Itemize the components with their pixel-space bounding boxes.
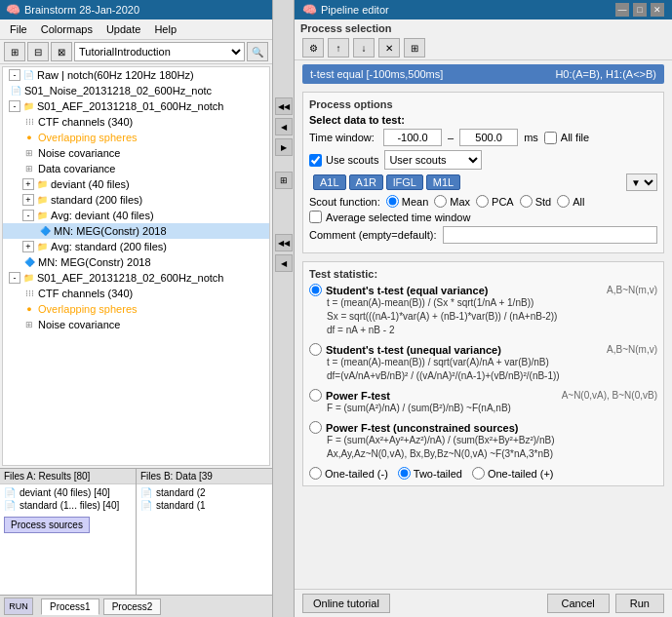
student-equal-ab: A,B~N(m,v)	[607, 285, 657, 295]
expand-btn[interactable]: +	[22, 194, 34, 206]
toolbar-btn-1[interactable]: ⊞	[4, 42, 25, 61]
radio-one-tailed-neg[interactable]: One-tailed (-)	[309, 467, 388, 480]
radio-unequal-variance[interactable]	[309, 343, 322, 356]
selected-process[interactable]: t-test equal [-100ms,500ms] H0:(A=B), H1…	[302, 64, 664, 84]
file-b-item2[interactable]: 📄 standard (1	[138, 499, 270, 512]
tree-item[interactable]: + 📁 deviant (40 files)	[3, 176, 269, 192]
file-b-item1[interactable]: 📄 standard (2	[138, 486, 270, 499]
folder-icon2: 📁	[35, 177, 49, 191]
tree-item[interactable]: - 📄 Raw | notch(60Hz 120Hz 180Hz)	[3, 67, 269, 83]
close-btn[interactable]: ✕	[651, 3, 664, 17]
tree-item[interactable]: ⊞ Noise covariance	[3, 317, 269, 332]
menu-colormaps[interactable]: Colormaps	[35, 21, 99, 37]
raw-icon2: 📄	[9, 84, 22, 97]
proc-settings-btn[interactable]: ⚙	[302, 38, 324, 58]
time-to-input[interactable]: 500.0	[459, 129, 518, 146]
proc-up-btn[interactable]: ↑	[328, 38, 349, 58]
avg-time-label[interactable]: Average selected time window	[309, 211, 470, 223]
scout-extra-dropdown[interactable]: ▼	[626, 174, 657, 191]
cancel-btn[interactable]: Cancel	[547, 594, 610, 613]
menu-file[interactable]: File	[4, 21, 33, 37]
minimize-btn[interactable]: —	[615, 3, 629, 17]
tree-container: - 📄 Raw | notch(60Hz 120Hz 180Hz) 📄 S01_…	[2, 66, 270, 466]
folder-icon3: 📁	[35, 193, 49, 207]
time-from-input[interactable]: -100.0	[383, 129, 442, 146]
run-icon[interactable]: RUN	[4, 598, 33, 615]
tree-item[interactable]: 🔷 MN: MEG(Constr) 2018	[3, 254, 269, 270]
process-sources-btn[interactable]: Process sources	[4, 517, 90, 533]
radio-mean[interactable]: Mean	[386, 195, 429, 208]
tree-item[interactable]: + 📁 standard (200 files)	[3, 192, 269, 208]
side-icon6[interactable]: ◀	[275, 254, 293, 272]
tree-item[interactable]: ● Overlapping spheres	[3, 301, 269, 317]
all-file-label[interactable]: All file	[544, 132, 589, 144]
radio-all[interactable]: All	[557, 195, 584, 208]
tree-label: S01_Noise_20131218_02_600Hz_notc	[24, 85, 212, 96]
folder-icon4: 📁	[35, 209, 49, 222]
menu-help[interactable]: Help	[148, 21, 182, 37]
radio-max[interactable]: Max	[434, 195, 470, 208]
online-tutorial-btn[interactable]: Online tutorial	[302, 594, 390, 613]
side-icon3[interactable]: ▶	[275, 138, 293, 156]
side-icon5[interactable]: ◀◀	[275, 234, 293, 251]
tree-item[interactable]: ● Overlapping spheres	[3, 130, 269, 145]
tree-item[interactable]: ⁞⁞⁞ CTF channels (340)	[3, 286, 269, 301]
radio-one-tailed-pos[interactable]: One-tailed (+)	[472, 467, 554, 480]
study-dropdown[interactable]: TutorialIntroduction	[74, 42, 245, 61]
comment-input[interactable]	[443, 226, 657, 244]
file-a-item2[interactable]: 📄 standard (1... files) [40]	[2, 499, 134, 512]
scouts-dropdown[interactable]: User scouts	[384, 150, 482, 170]
expand-btn[interactable]: +	[22, 241, 34, 252]
expand-btn[interactable]: +	[22, 178, 34, 190]
toolbar-btn-3[interactable]: ⊠	[51, 42, 72, 61]
radio-two-tailed[interactable]: Two-tailed	[398, 467, 462, 480]
proc-delete-btn[interactable]: ✕	[378, 38, 400, 58]
tab-process2[interactable]: Process2	[103, 598, 162, 615]
side-icon1[interactable]: ◀◀	[275, 97, 293, 115]
radio-power-f-uncon[interactable]	[309, 421, 322, 434]
scout-tag-m1l[interactable]: M1L	[426, 174, 460, 190]
dots-icon2: ⁞⁞⁞	[22, 287, 36, 300]
tree-item[interactable]: ⁞⁞⁞ CTF channels (340)	[3, 114, 269, 130]
side-icon2[interactable]: ◀	[275, 118, 293, 135]
scout-tag-ifgl[interactable]: lFGL	[386, 174, 423, 190]
tab-process1[interactable]: Process1	[41, 598, 99, 615]
expand-btn[interactable]: -	[9, 69, 20, 81]
expand-btn[interactable]: -	[9, 272, 20, 284]
tree-item[interactable]: 📄 S01_Noise_20131218_02_600Hz_notc	[3, 83, 269, 98]
tree-item[interactable]: - 📁 S01_AEF_20131218_01_600Hz_notch	[3, 98, 269, 114]
avg-time-checkbox[interactable]	[309, 211, 322, 223]
window-controls: — □ ✕	[615, 3, 664, 17]
tree-item[interactable]: - 📁 S01_AEF_20131218_02_600Hz_notch	[3, 270, 269, 286]
tree-item-selected[interactable]: 🔷 MN: MEG(Constr) 2018	[3, 223, 269, 239]
maximize-btn[interactable]: □	[633, 3, 647, 17]
radio-power-f[interactable]	[309, 389, 322, 402]
expand-btn[interactable]: -	[22, 210, 34, 221]
radio-std[interactable]: Std	[520, 195, 552, 208]
all-file-checkbox[interactable]	[544, 132, 557, 144]
side-icon4[interactable]: ⊞	[275, 172, 293, 189]
right-titlebar: 🧠 Pipeline editor — □ ✕	[295, 0, 672, 19]
search-btn[interactable]: 🔍	[247, 42, 268, 61]
tree-item[interactable]: ⊞ Noise covariance	[3, 145, 269, 161]
use-scouts-label[interactable]: Use scouts	[309, 154, 378, 167]
tree-item[interactable]: + 📁 Avg: standard (200 files)	[3, 239, 269, 254]
scout-tag-a1l[interactable]: A1L	[313, 174, 346, 190]
tree-item[interactable]: ⊞ Data covariance	[3, 161, 269, 176]
expand-btn[interactable]: -	[9, 100, 20, 112]
proc-down-btn[interactable]: ↓	[353, 38, 375, 58]
file-a-item1[interactable]: 📄 deviant (40 files) [40]	[2, 486, 134, 499]
use-scouts-checkbox[interactable]	[309, 154, 322, 167]
menu-update[interactable]: Update	[100, 21, 146, 37]
run-btn[interactable]: Run	[615, 594, 664, 613]
radio-pca[interactable]: PCA	[476, 195, 514, 208]
radio-equal-variance[interactable]	[309, 284, 322, 296]
left-titlebar: 🧠 Brainstorm 28-Jan-2020	[0, 0, 272, 19]
tailed-row: One-tailed (-) Two-tailed One-tailed (+)	[309, 467, 657, 480]
proc-grid-btn[interactable]: ⊞	[404, 38, 425, 58]
scout-tag-a1r[interactable]: A1R	[349, 174, 383, 190]
tree-item[interactable]: - 📁 Avg: deviant (40 files)	[3, 208, 269, 223]
toolbar-btn-2[interactable]: ⊟	[27, 42, 49, 61]
selected-process-h: H0:(A=B), H1:(A<>B)	[555, 68, 656, 80]
tree-label: S01_AEF_20131218_01_600Hz_notch	[37, 100, 223, 112]
